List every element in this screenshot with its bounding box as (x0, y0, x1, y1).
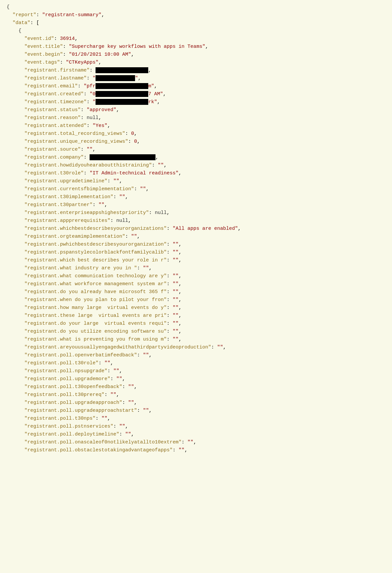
poll-openverbatim-line: "registrant.poll.openverbatimfeedback": … (7, 351, 385, 359)
timezone-line: "registrant.timezone": " rk", (7, 98, 385, 106)
source-line: "registrant.source": "", (7, 146, 385, 154)
email-redacted (96, 83, 148, 89)
pilotplan-key: "registrant.when do you plan to pilot yo… (24, 297, 167, 303)
poll-deploytimeline-line: "registrant.poll.deploytimeline": "", (7, 431, 385, 438)
appprereq-line: "registrant.appprerequisites": null, (7, 217, 385, 225)
report-key: "report" (13, 12, 36, 18)
currentsfb-key: "registrant.currentsfbimplementation" (24, 186, 134, 192)
event-tags-value: "CTKeyApps" (66, 60, 98, 65)
t30role-line: "registrant.t30role": "IT Admin-technica… (7, 169, 385, 177)
poll-pstnservices-key: "registrant.poll.pstnservices" (24, 424, 113, 429)
lastname-line: "registrant.lastname": " ", (7, 75, 385, 82)
poll-t30prereq-line: "registrant.poll.t30prereq": "", (7, 391, 385, 399)
t30partner-key: "registrant.t30partner" (24, 202, 93, 208)
theselarge-line: "registrant.these large virtual events a… (7, 312, 385, 320)
lastname-prefix: " (93, 75, 96, 81)
pwhichbest-value: "" (173, 242, 179, 247)
json-viewer: { "report": "registrant-summary", "data"… (0, 0, 392, 573)
appprereq-key: "registrant.appprerequisites" (24, 218, 110, 224)
t30partner-line: "registrant.t30partner": "", (7, 201, 385, 209)
theselarge-value: "" (173, 313, 179, 318)
created-suffix: 7 AM" (148, 91, 163, 97)
created-redacted (96, 91, 148, 97)
status-key: "registrant.status" (24, 107, 81, 113)
industry-line: "registrant.what industry are you in ": … (7, 264, 385, 272)
poll-upgradeapproach-key: "registrant.poll.upgradeapproach" (24, 400, 122, 406)
company-line: "registrant.company": , (7, 154, 385, 162)
opening-brace: { (7, 3, 385, 11)
total-recording-key: "registrant.total_recording_views" (24, 131, 125, 136)
created-line: "registrant.created": "0 7 AM", (7, 90, 385, 98)
email-suffix: m" (148, 83, 154, 89)
poll-t30prereq-key: "registrant.poll.t30prereq" (24, 392, 104, 398)
pwhichbest-line: "registrant.pwhichbestdescribesyourorgan… (7, 241, 385, 249)
poll-t30openfeedback-key: "registrant.poll.t30openfeedback" (24, 384, 122, 390)
email-line: "registrant.email": "pfr m", (7, 82, 385, 90)
unique-recording-key: "registrant.unique_recording_views" (24, 139, 128, 144)
poll-t30role-value: "" (104, 360, 110, 366)
source-key: "registrant.source" (24, 147, 81, 152)
t30impl-key: "registrant.t30implementation" (24, 194, 113, 200)
poll-upgradeapproachstart-value: "" (143, 408, 149, 413)
preventing-key: "registrant.what is preventing you from … (24, 337, 167, 342)
industry-key: "registrant.what industry are you in " (24, 265, 137, 271)
howdidyou-line: "registrant.howdidyouhearaboutthistraini… (7, 162, 385, 169)
poll-upgradeapproach-value: "" (128, 400, 134, 406)
orgteam-line: "registrant.orgteamimplementation": "", (7, 233, 385, 241)
event-begin-line: "event.begin": "01/20/2021 10:00 AM", (7, 51, 385, 59)
lastname-key: "registrant.lastname" (24, 75, 87, 81)
poll-obstacles-line: "registrant.poll.obstaclestotakingadvant… (7, 446, 385, 454)
poll-onascale-key: "registrant.poll.onascaleof0notlikelyata… (24, 439, 182, 445)
poll-t30nps-value: "" (101, 416, 107, 421)
workforce-line: "registrant.what workforce management sy… (7, 280, 385, 288)
microsoft365-line: "registrant.do you already have microsof… (7, 288, 385, 296)
poll-npsupgrade-key: "registrant.poll.npsupgrade" (24, 368, 107, 374)
whichbest-key: "registrant.whichbestdescribesyourorgani… (24, 226, 167, 231)
t30impl-line: "registrant.t30implementation": "", (7, 193, 385, 201)
event-begin-key: "event.begin" (24, 52, 63, 57)
howmany-value: "" (173, 305, 179, 311)
howdidyou-key: "registrant.howdidyouhearaboutthistraini… (24, 163, 152, 168)
poll-t30role-line: "registrant.poll.t30role": "", (7, 359, 385, 367)
whichbest-line: "registrant.whichbestdescribesyourorgani… (7, 225, 385, 233)
poll-t30prereq-value: "" (110, 392, 116, 398)
report-line: "report": "registrant-summary", (7, 11, 385, 19)
currentsfb-value: "" (140, 186, 146, 192)
lastname-suffix: " (135, 75, 138, 81)
reason-value: null (87, 115, 98, 121)
event-id-line: "event.id": 36914, (7, 35, 385, 43)
company-key: "registrant.company" (24, 155, 84, 160)
encoding-value: "" (173, 329, 179, 334)
poll-openverbatim-key: "registrant.poll.openverbatimfeedback" (24, 352, 137, 358)
commtech-value: "" (173, 273, 179, 279)
array-open: { (7, 27, 385, 35)
poll-upgradeapproachstart-key: "registrant.poll.upgradeapproachstart" (24, 408, 137, 413)
data-key: "data" (13, 20, 30, 26)
poll-onascale-value: "" (187, 439, 193, 445)
enterpriseapps-value: null (155, 210, 167, 216)
currentsfb-line: "registrant.currentsfbimplementation": "… (7, 185, 385, 193)
encoding-line: "registrant.do you utilize encoding soft… (7, 328, 385, 336)
encoding-key: "registrant.do you utilize encoding soft… (24, 329, 167, 334)
commtech-line: "registrant.what communication technolog… (7, 272, 385, 280)
timezone-prefix: " (93, 99, 96, 105)
pspan-value: "" (173, 250, 179, 255)
poll-upgrademore-key: "registrant.poll.upgrademore" (24, 376, 110, 382)
email-prefix: "pfr (84, 83, 96, 89)
howmany-line: "registrant.how many large virtual event… (7, 304, 385, 312)
timezone-suffix: rk" (148, 99, 157, 105)
pilotplan-value: "" (173, 297, 179, 303)
poll-upgradeapproachstart-line: "registrant.poll.upgradeapproachstart": … (7, 407, 385, 415)
orgteam-key: "registrant.orgteamimplementation" (24, 234, 125, 239)
created-prefix: "0 (90, 91, 96, 97)
theselarge-key: "registrant.these large virtual events a… (24, 313, 167, 318)
microsoft365-key: "registrant.do you already have microsof… (24, 289, 167, 295)
poll-npsupgrade-value: "" (113, 368, 119, 374)
howmany-key: "registrant.how many large virtual event… (24, 305, 167, 311)
poll-t30openfeedback-line: "registrant.poll.t30openfeedback": "", (7, 383, 385, 391)
poll-deploytimeline-key: "registrant.poll.deploytimeline" (24, 432, 119, 437)
t30partner-value: "" (98, 202, 104, 208)
event-begin-value: "01/20/2021 10:00 AM" (69, 52, 131, 57)
poll-obstacles-value: "" (179, 447, 184, 453)
poll-deploytimeline-value: "" (125, 432, 131, 437)
